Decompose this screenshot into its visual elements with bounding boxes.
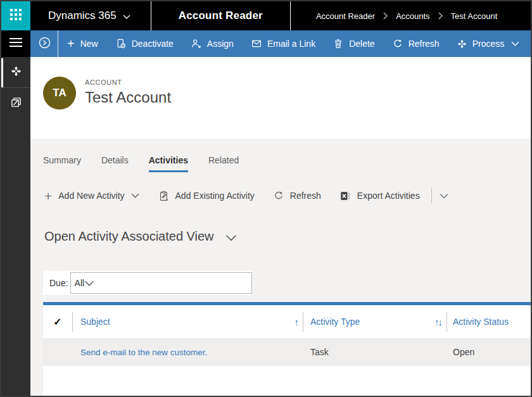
tab-summary[interactable]: Summary <box>43 155 81 172</box>
tab-activities[interactable]: Activities <box>149 155 188 172</box>
toolbar-label: Add New Activity <box>58 191 124 201</box>
process-icon <box>11 66 22 79</box>
email-link-button[interactable]: Email a Link <box>243 30 324 57</box>
column-header-activity-type[interactable]: Activity Type <box>310 317 360 327</box>
select-all-checkbox[interactable]: ✓ <box>53 316 61 328</box>
due-filter-select[interactable]: All <box>70 272 252 294</box>
table-row[interactable]: Send e-mail to the new customer. Task Op… <box>43 338 531 366</box>
expand-command-bar-button[interactable] <box>30 30 58 57</box>
chevron-right-icon <box>438 12 443 20</box>
grid-header-row: ✓ Subject ↑ Activity Type ↑↓ Activity St… <box>43 305 531 338</box>
command-label: Email a Link <box>267 39 315 49</box>
add-new-activity-button[interactable]: + Add New Activity <box>44 189 139 203</box>
sort-ascending-icon[interactable]: ↑ <box>294 317 303 327</box>
refresh-activities-button[interactable]: Refresh <box>274 191 321 201</box>
chevron-down-icon <box>225 232 237 241</box>
app-launcher-button[interactable] <box>1 1 30 30</box>
product-menu[interactable]: Dynamics 365 <box>48 1 130 30</box>
command-label: Refresh <box>408 39 440 49</box>
record-header: TA ACCOUNT Test Account <box>30 57 531 139</box>
chevron-down-icon <box>131 193 139 198</box>
command-label: Process <box>472 39 505 49</box>
left-navigation-sidebar <box>1 30 30 396</box>
activities-grid: ✓ Subject ↑ Activity Type ↑↓ Activity St… <box>43 302 531 396</box>
breadcrumb: Account Reader Accounts Test Account <box>316 1 497 30</box>
entity-type-label: ACCOUNT <box>85 79 171 86</box>
sort-both-icon[interactable]: ↑↓ <box>434 317 446 327</box>
refresh-icon <box>274 191 284 201</box>
command-bar-divider <box>58 30 58 57</box>
process-button[interactable]: Process <box>448 30 529 57</box>
due-filter-value: All <box>75 278 85 288</box>
email-link-icon <box>251 39 262 49</box>
toolbar-label: Refresh <box>290 191 321 201</box>
view-selector[interactable]: Open Activity Associated View <box>44 225 531 247</box>
chevron-right-icon <box>383 12 388 20</box>
activity-type-cell: Task <box>310 347 329 357</box>
tab-details[interactable]: Details <box>101 155 129 172</box>
clipboard-icon <box>158 191 169 201</box>
refresh-button[interactable]: Refresh <box>384 30 448 57</box>
refresh-icon <box>393 39 403 49</box>
chevron-down-icon <box>511 41 519 46</box>
delete-button[interactable]: Delete <box>324 30 383 57</box>
assign-icon <box>191 39 201 49</box>
process-icon <box>457 39 467 49</box>
top-navigation-bar: Dynamics 365 Account Reader Account Read… <box>1 1 531 30</box>
chevron-down-icon <box>440 191 448 201</box>
menu-icon <box>10 38 22 49</box>
toolbar-label: Export Activities <box>357 191 420 201</box>
sidebar-scrollbar[interactable] <box>1 58 3 87</box>
page-title: Test Account <box>85 89 171 106</box>
export-activities-button[interactable]: Export Activities <box>340 191 420 201</box>
plus-icon: + <box>44 189 52 203</box>
activity-status-cell: Open <box>453 347 474 357</box>
activity-subject-link[interactable]: Send e-mail to the new customer. <box>80 348 207 357</box>
command-label: Delete <box>349 39 374 49</box>
command-label: Assign <box>207 39 234 49</box>
activities-toolbar: + Add New Activity Add Existing Activity <box>44 186 531 205</box>
app-name: Account Reader <box>151 1 290 30</box>
new-button[interactable]: + New <box>58 30 107 57</box>
menu-button[interactable] <box>1 30 30 57</box>
product-name: Dynamics 365 <box>48 9 117 22</box>
waffle-icon <box>10 9 22 23</box>
dynamics-window: Dynamics 365 Account Reader Account Read… <box>0 0 532 397</box>
toolbar-overflow-button[interactable] <box>440 191 448 201</box>
tab-related[interactable]: Related <box>208 155 239 172</box>
command-bar: + New Deactivate Assign <box>30 30 531 57</box>
toolbar-label: Add Existing Activity <box>175 191 255 201</box>
plus-icon: + <box>67 37 75 50</box>
breadcrumb-entity[interactable]: Accounts <box>396 11 429 21</box>
add-existing-activity-button[interactable]: Add Existing Activity <box>158 191 255 201</box>
recent-items-icon <box>10 96 22 111</box>
column-header-subject[interactable]: Subject <box>80 317 110 327</box>
chevron-circle-icon <box>39 37 51 51</box>
breadcrumb-record[interactable]: Test Account <box>451 11 498 21</box>
command-label: New <box>80 39 98 49</box>
sidebar-item-process[interactable] <box>1 57 30 87</box>
record-tabs: Summary Details Activities Related <box>30 139 531 172</box>
content-area: Summary Details Activities Related + Add… <box>30 139 531 396</box>
delete-icon <box>333 39 343 49</box>
assign-button[interactable]: Assign <box>182 30 243 57</box>
due-filter: Due: All <box>43 271 252 295</box>
topbar-divider <box>290 1 291 30</box>
deactivate-icon <box>116 39 126 49</box>
view-selector-title: Open Activity Associated View <box>44 229 214 244</box>
due-filter-label: Due: <box>49 278 68 288</box>
toolbar-divider <box>431 188 432 203</box>
chevron-down-icon <box>84 280 94 286</box>
command-label: Deactivate <box>132 39 174 49</box>
column-header-activity-status[interactable]: Activity Status <box>453 317 509 327</box>
sidebar-item-recent[interactable] <box>1 88 30 118</box>
deactivate-button[interactable]: Deactivate <box>107 30 182 57</box>
breadcrumb-app[interactable]: Account Reader <box>316 11 375 21</box>
chevron-down-icon <box>123 9 130 22</box>
excel-icon <box>340 191 351 201</box>
avatar: TA <box>43 77 76 110</box>
